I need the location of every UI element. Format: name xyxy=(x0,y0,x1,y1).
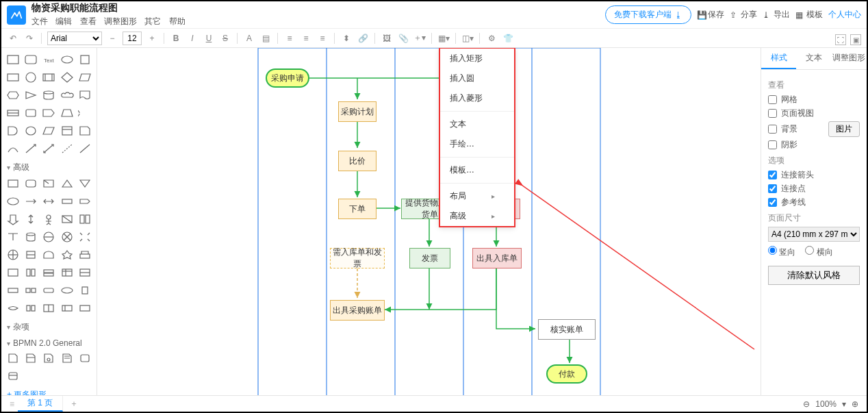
shape-tape[interactable] xyxy=(23,105,38,121)
share-button[interactable]: ⇪分享 xyxy=(730,9,757,21)
shape-trap[interactable] xyxy=(60,105,75,121)
adv-20[interactable] xyxy=(77,229,92,245)
doc-title[interactable]: 物资采购职能流程图 xyxy=(31,2,191,14)
adv-11[interactable] xyxy=(5,212,21,227)
adv-25[interactable] xyxy=(77,247,92,262)
page-add-button[interactable]: ＋ xyxy=(63,398,85,410)
adv-22[interactable] xyxy=(23,247,38,262)
node-warehouse[interactable]: 出具入库单 xyxy=(472,248,522,268)
menu-help[interactable]: 帮助 xyxy=(169,16,186,26)
section-bpmn[interactable]: BPMN 2.0 General xyxy=(3,334,95,349)
bold-button[interactable]: B xyxy=(170,32,182,45)
shape-stored[interactable] xyxy=(5,105,21,121)
crop-button[interactable]: ◫▾ xyxy=(461,32,474,45)
section-misc[interactable]: 杂项 xyxy=(3,317,95,334)
adv-3[interactable] xyxy=(41,176,56,191)
zoom-dropdown-icon[interactable]: ▾ xyxy=(842,399,846,409)
menu-edit[interactable]: 编辑 xyxy=(55,16,72,26)
adv-28[interactable] xyxy=(41,265,56,280)
user-center-button[interactable]: 个人中心 xyxy=(828,9,861,21)
adv-37[interactable] xyxy=(23,301,38,316)
adv-33[interactable] xyxy=(41,283,56,298)
shape-biarrow[interactable] xyxy=(41,141,56,156)
node-order[interactable]: 下单 xyxy=(338,199,376,219)
adv-40[interactable] xyxy=(77,301,92,316)
image-button[interactable]: 🖼 xyxy=(381,32,393,45)
bpmn-1[interactable] xyxy=(5,351,21,366)
shape-arrow[interactable] xyxy=(23,141,38,156)
shape-curve[interactable] xyxy=(5,141,21,156)
page-tab-1[interactable]: 第 1 页 xyxy=(18,396,63,412)
ctx-advanced[interactable]: 高级 xyxy=(440,206,514,226)
font-dec[interactable]: − xyxy=(106,32,118,45)
templates-button[interactable]: ▦模板 xyxy=(795,9,823,21)
chk-conn-point[interactable] xyxy=(768,184,777,193)
adv-17[interactable] xyxy=(23,229,38,245)
shape-note[interactable] xyxy=(77,123,92,138)
adv-10[interactable] xyxy=(77,194,92,209)
adv-18[interactable] xyxy=(41,229,56,245)
menu-arrange[interactable]: 调整图形 xyxy=(104,16,137,26)
shape-cylinder[interactable] xyxy=(41,88,56,103)
ctx-insert-rhombus[interactable]: 插入菱形 xyxy=(440,88,514,108)
shape-cloud[interactable] xyxy=(60,88,75,103)
ctx-template[interactable]: 模板… xyxy=(440,160,514,180)
bpmn-3[interactable] xyxy=(41,351,56,366)
adv-6[interactable] xyxy=(5,194,21,209)
adv-2[interactable] xyxy=(23,176,38,191)
node-compare[interactable]: 比价 xyxy=(338,151,376,171)
ctx-freehand[interactable]: 手绘… xyxy=(440,134,514,154)
adv-8[interactable] xyxy=(41,194,56,209)
shape-document[interactable] xyxy=(77,88,92,103)
page-list-icon[interactable]: ≡ xyxy=(10,399,18,409)
adv-1[interactable] xyxy=(5,176,21,191)
adv-16[interactable] xyxy=(5,229,21,245)
tab-arrange[interactable]: 调整图形 xyxy=(832,48,867,69)
adv-23[interactable] xyxy=(41,247,56,262)
menu-other[interactable]: 其它 xyxy=(144,16,161,26)
adv-27[interactable] xyxy=(23,265,38,280)
shape-card[interactable] xyxy=(60,123,75,138)
adv-38[interactable] xyxy=(41,301,56,316)
shape-rect[interactable] xyxy=(5,52,21,67)
shape-ellipse2[interactable] xyxy=(60,52,75,67)
shapes-panel[interactable]: Text xyxy=(1,48,97,395)
adv-34[interactable] xyxy=(60,283,75,298)
chk-background[interactable] xyxy=(768,125,777,134)
node-pay[interactable]: 付款 xyxy=(546,364,587,384)
shape-circle[interactable] xyxy=(23,70,38,85)
shape-line[interactable] xyxy=(77,141,92,156)
gear-button[interactable]: ⚙ xyxy=(485,32,498,45)
bpmn-5[interactable] xyxy=(77,351,92,366)
fit-icon[interactable]: ▣ xyxy=(850,34,861,45)
adv-29[interactable] xyxy=(60,265,75,280)
adv-30[interactable] xyxy=(77,265,92,280)
shape-text[interactable]: Text xyxy=(41,52,56,67)
bpmn-2[interactable] xyxy=(23,351,38,366)
underline-button[interactable]: U xyxy=(203,32,215,45)
shape-callout[interactable] xyxy=(77,105,92,121)
more-shapes-link[interactable]: + 更多图形… xyxy=(3,385,95,395)
adv-36[interactable] xyxy=(5,301,21,316)
chk-guide[interactable] xyxy=(768,198,777,207)
strike-button[interactable]: S xyxy=(219,32,231,45)
undo-button[interactable]: ↶ xyxy=(7,32,19,45)
shape-parallelogram[interactable] xyxy=(77,70,92,85)
align-left-button[interactable]: ≡ xyxy=(283,32,296,45)
shape-diamond[interactable] xyxy=(60,70,75,85)
shirt-button[interactable]: 👕 xyxy=(502,32,514,45)
canvas-wrap[interactable]: 采购申请 采购计划 比价 下单 提供货物及送货单 验收 需入库单和发票 发票 出… xyxy=(97,48,761,395)
section-advanced[interactable]: 高级 xyxy=(3,158,95,175)
clear-default-button[interactable]: 清除默认风格 xyxy=(768,266,860,285)
adv-12[interactable] xyxy=(23,212,38,227)
shape-roundrect[interactable] xyxy=(23,52,38,67)
orient-portrait[interactable]: 竖向 xyxy=(768,246,795,258)
bpmn-4[interactable] xyxy=(60,351,75,366)
highlight-button[interactable]: ▤ xyxy=(259,32,272,45)
zoom-value[interactable]: 100% xyxy=(815,399,837,409)
image-button-rp[interactable]: 图片 xyxy=(828,121,860,137)
page-size-select[interactable]: A4 (210 mm x 297 mm) xyxy=(768,227,860,242)
shape-hexagon[interactable] xyxy=(5,88,21,103)
font-inc[interactable]: + xyxy=(146,32,158,45)
node-start[interactable]: 采购申请 xyxy=(266,68,309,88)
